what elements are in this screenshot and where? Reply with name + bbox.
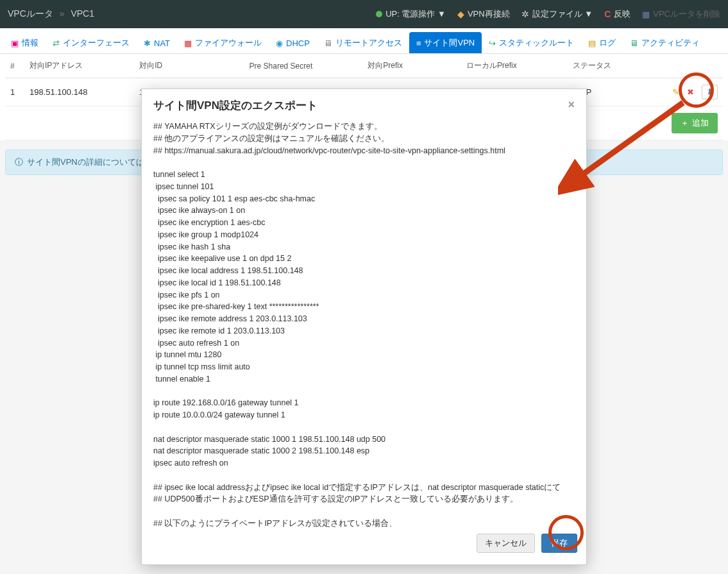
- breadcrumb-sep: »: [60, 8, 65, 19]
- info-icon: ▣: [11, 38, 19, 48]
- delete-router-label: VPCルータを削除: [653, 8, 720, 20]
- status-dot-icon: [376, 11, 382, 17]
- config-file-menu[interactable]: ✲ 設定ファイル ▼: [521, 8, 593, 20]
- tab-activity[interactable]: 🖥アクティビティ: [623, 32, 707, 53]
- close-icon[interactable]: ×: [568, 98, 575, 112]
- tab-dhcp[interactable]: ◉DHCP: [269, 32, 317, 53]
- th-local-prefix: ローカルPrefix: [461, 54, 567, 78]
- th-psk: Pre Shared Secret: [244, 54, 363, 78]
- modal-body[interactable]: ## YAMAHA RTXシリーズの設定例がダウンロードできます。 ## 他のア…: [142, 118, 586, 184]
- modal-header: サイト間VPN設定のエクスポート ×: [142, 89, 586, 118]
- th-peer-id: 対向ID: [134, 54, 244, 78]
- modal: サイト間VPN設定のエクスポート × ## YAMAHA RTXシリーズの設定例…: [141, 89, 587, 184]
- plus-icon: ＋: [681, 117, 689, 129]
- interface-icon: ⇄: [53, 38, 60, 48]
- server-icon: ▦: [642, 10, 650, 19]
- warning-icon: ◆: [457, 9, 464, 19]
- tab-remote-label: リモートアクセス: [335, 37, 402, 49]
- activity-icon: 🖥: [630, 38, 638, 48]
- add-button-label: 追加: [692, 117, 709, 129]
- gear-icon: ✲: [521, 9, 529, 19]
- tab-info-label: 情報: [22, 37, 38, 49]
- tab-interface-label: インターフェース: [63, 37, 130, 49]
- add-button[interactable]: ＋ 追加: [672, 113, 718, 133]
- tab-firewall[interactable]: ▦ファイアウォール: [177, 32, 269, 53]
- nat-icon: ✱: [144, 38, 151, 48]
- info-text: サイト間VPNの詳細については: [27, 156, 144, 168]
- tab-nat[interactable]: ✱NAT: [137, 32, 177, 53]
- cell-peer-ip: 198.51.100.148: [24, 78, 134, 106]
- tab-nat-label: NAT: [154, 38, 170, 48]
- th-peer-ip: 対向IPアドレス: [24, 54, 134, 78]
- delete-icon[interactable]: ✖: [687, 87, 694, 97]
- vpn-reconnect-button[interactable]: ◆ VPN再接続: [457, 8, 510, 20]
- delete-router-button[interactable]: ▦ VPCルータを削除: [642, 8, 720, 20]
- refresh-icon: C: [604, 9, 611, 19]
- tab-info[interactable]: ▣情報: [4, 32, 46, 53]
- th-num: #: [5, 54, 24, 78]
- vpn-icon: ≡: [416, 38, 421, 48]
- firewall-icon: ▦: [184, 38, 192, 48]
- header: VPCルータ » VPC1 UP: 電源操作 ▼ ◆ VPN再接続 ✲ 設定ファ…: [0, 0, 728, 28]
- power-label: UP: 電源操作 ▼: [385, 8, 446, 20]
- tab-remote-access[interactable]: 🖥リモートアクセス: [317, 32, 409, 53]
- breadcrumb-root[interactable]: VPCルータ: [8, 8, 53, 19]
- th-peer-prefix: 対向Prefix: [362, 54, 461, 78]
- tab-interface[interactable]: ⇄インターフェース: [46, 32, 137, 53]
- edit-icon[interactable]: ✎: [672, 87, 679, 97]
- tab-firewall-label: ファイアウォール: [195, 37, 262, 49]
- tab-static-route[interactable]: ↪スタティックルート: [482, 32, 581, 53]
- power-menu[interactable]: UP: 電源操作 ▼: [376, 8, 446, 20]
- cell-num: 1: [5, 78, 24, 106]
- config-file-label: 設定ファイル ▼: [532, 8, 593, 20]
- tabs: ▣情報 ⇄インターフェース ✱NAT ▦ファイアウォール ◉DHCP 🖥リモート…: [0, 28, 728, 54]
- apply-button[interactable]: C 反映: [604, 8, 631, 20]
- download-icon[interactable]: ⬇: [702, 85, 718, 99]
- dhcp-icon: ◉: [276, 38, 283, 48]
- tab-log[interactable]: ▤ログ: [581, 32, 623, 53]
- tab-site-vpn[interactable]: ≡サイト間VPN: [409, 32, 482, 53]
- table-header-row: # 対向IPアドレス 対向ID Pre Shared Secret 対向Pref…: [5, 54, 723, 78]
- tab-log-label: ログ: [599, 37, 616, 49]
- breadcrumb-current: VPC1: [71, 8, 94, 19]
- route-icon: ↪: [489, 38, 496, 48]
- tab-route-label: スタティックルート: [499, 37, 574, 49]
- info-icon: ⓘ: [15, 156, 23, 168]
- header-actions: UP: 電源操作 ▼ ◆ VPN再接続 ✲ 設定ファイル ▼ C 反映 ▦ VP…: [376, 8, 720, 20]
- breadcrumb: VPCルータ » VPC1: [8, 8, 94, 20]
- tab-activity-label: アクティビティ: [641, 37, 700, 49]
- modal-title: サイト間VPN設定のエクスポート: [153, 98, 317, 113]
- vpn-reconnect-label: VPN再接続: [468, 8, 510, 20]
- tab-dhcp-label: DHCP: [286, 38, 310, 48]
- remote-icon: 🖥: [324, 38, 332, 48]
- apply-label: 反映: [614, 8, 631, 20]
- tab-site-vpn-label: サイト間VPN: [424, 37, 475, 49]
- row-actions: ✎ ✖ ⬇: [651, 85, 718, 99]
- log-icon: ▤: [588, 38, 596, 48]
- th-status: ステータス: [568, 54, 646, 78]
